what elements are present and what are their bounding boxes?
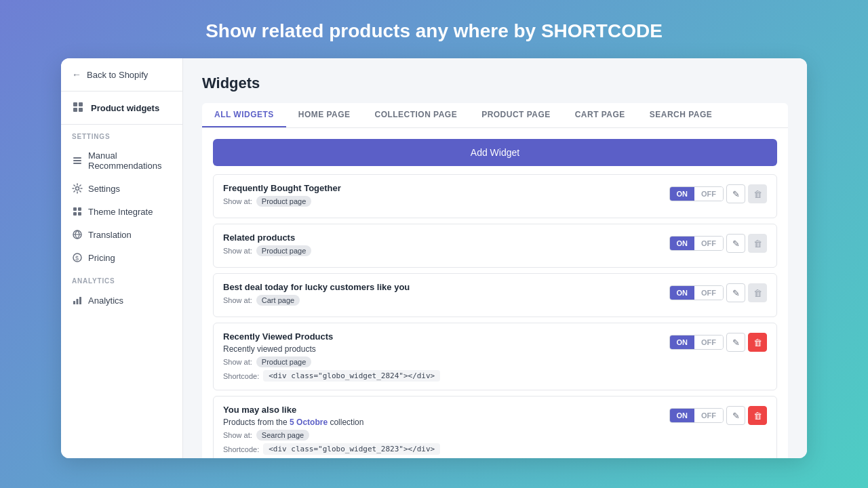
- delete-button[interactable]: 🗑: [748, 406, 767, 425]
- tab-cart-page[interactable]: CART PAGE: [563, 103, 637, 127]
- sidebar: ← Back to Shopify Product widgets SETTIN…: [61, 58, 183, 458]
- delete-button[interactable]: 🗑: [748, 184, 767, 203]
- app-container: ← Back to Shopify Product widgets SETTIN…: [61, 58, 807, 458]
- shortcode-row: Shortcode: <div class="globo_widget_2823…: [223, 443, 658, 455]
- page-badge: Search page: [256, 430, 309, 441]
- page-badge: Product page: [256, 357, 311, 367]
- sidebar-item-analytics[interactable]: Analytics: [61, 289, 182, 312]
- subtitle-highlight: 5 Octobre: [290, 418, 328, 427]
- page-badge: Product page: [256, 196, 311, 207]
- svg-rect-3: [79, 108, 83, 112]
- delete-button[interactable]: 🗑: [748, 283, 767, 302]
- show-at-label: Show at:: [223, 431, 252, 439]
- toggle-on-button[interactable]: ON: [670, 409, 695, 422]
- widget-info: Recently Viewed Products Recently viewed…: [223, 331, 658, 382]
- toggle-off-button[interactable]: OFF: [694, 237, 723, 250]
- sidebar-item-translation[interactable]: Translation: [61, 223, 182, 246]
- widget-controls: ON OFF ✎ 🗑: [669, 234, 768, 253]
- sidebar-item-settings[interactable]: Settings: [61, 177, 182, 200]
- toggle-on-button[interactable]: ON: [670, 187, 695, 201]
- pricing-label: Pricing: [88, 253, 115, 263]
- subtitle-suffix: collection: [328, 418, 363, 427]
- hero-title: Show related products any where by SHORT…: [205, 20, 663, 42]
- page-badge: Product page: [256, 245, 311, 256]
- toggle-group: ON OFF: [669, 236, 724, 251]
- svg-rect-6: [73, 163, 81, 164]
- shortcode-label: Shortcode:: [223, 445, 259, 453]
- widget-subtitle: Recently viewed products: [223, 344, 658, 354]
- show-at-label: Show at:: [223, 197, 252, 205]
- pricing-icon: $: [72, 252, 83, 263]
- toggle-group: ON OFF: [669, 285, 724, 300]
- tab-home-page[interactable]: HOME PAGE: [286, 103, 363, 127]
- toggle-off-button[interactable]: OFF: [694, 409, 723, 422]
- main-content: Widgets ALL WIDGETS HOME PAGE COLLECTION…: [183, 58, 807, 458]
- toggle-on-button[interactable]: ON: [670, 237, 695, 250]
- tabs-bar: ALL WIDGETS HOME PAGE COLLECTION PAGE PR…: [202, 103, 788, 128]
- product-widgets-label: Product widgets: [91, 103, 159, 113]
- widget-info: Best deal today for lucky customers like…: [223, 282, 658, 308]
- back-arrow-icon: ←: [72, 69, 81, 80]
- shortcode-value: <div class="globo_widget_2824"></div>: [263, 370, 440, 382]
- manual-rec-label: Manual Recommendations: [88, 150, 172, 171]
- show-at-row: Show at: Cart page: [223, 295, 658, 306]
- page-badge: Cart page: [256, 295, 300, 306]
- widget-row: Related products Show at: Product page O…: [213, 224, 777, 268]
- page-title: Widgets: [202, 75, 788, 92]
- toggle-on-button[interactable]: ON: [670, 286, 695, 300]
- show-at-label: Show at:: [223, 296, 252, 304]
- widget-row: You may also like Products from the 5 Oc…: [213, 396, 777, 458]
- widget-name: Recently Viewed Products: [223, 331, 658, 342]
- widget-row: Best deal today for lucky customers like…: [213, 273, 777, 317]
- widget-name: Frequently Bought Together: [223, 183, 658, 193]
- svg-rect-10: [73, 212, 77, 216]
- edit-button[interactable]: ✎: [726, 333, 745, 352]
- tab-collection-page[interactable]: COLLECTION PAGE: [363, 103, 470, 127]
- analytics-section-label: ANALYTICS: [61, 269, 182, 289]
- show-at-row: Show at: Product page: [223, 245, 658, 256]
- svg-point-7: [76, 187, 79, 190]
- svg-rect-8: [73, 207, 77, 211]
- tab-search-page[interactable]: SEARCH PAGE: [637, 103, 724, 127]
- delete-button[interactable]: 🗑: [748, 234, 767, 253]
- toggle-off-button[interactable]: OFF: [694, 336, 723, 349]
- edit-button[interactable]: ✎: [726, 406, 745, 425]
- toggle-group: ON OFF: [669, 335, 724, 350]
- tab-product-page[interactable]: PRODUCT PAGE: [469, 103, 563, 127]
- show-at-label: Show at:: [223, 247, 252, 255]
- svg-rect-5: [73, 160, 81, 161]
- toggle-off-button[interactable]: OFF: [694, 286, 723, 300]
- tab-all-widgets[interactable]: ALL WIDGETS: [202, 103, 286, 127]
- widget-area: Add Widget Frequently Bought Together Sh…: [202, 128, 788, 458]
- delete-button[interactable]: 🗑: [748, 333, 767, 352]
- widget-name: Best deal today for lucky customers like…: [223, 282, 658, 292]
- sidebar-item-pricing[interactable]: $ Pricing: [61, 246, 182, 269]
- widget-controls: ON OFF ✎ 🗑: [669, 184, 768, 203]
- edit-button[interactable]: ✎: [726, 234, 745, 253]
- back-to-shopify[interactable]: ← Back to Shopify: [61, 58, 182, 92]
- show-at-row: Show at: Product page: [223, 357, 658, 367]
- edit-button[interactable]: ✎: [726, 184, 745, 203]
- sidebar-item-theme-integrate[interactable]: Theme Integrate: [61, 200, 182, 223]
- back-label: Back to Shopify: [87, 70, 148, 80]
- product-widgets-nav[interactable]: Product widgets: [61, 92, 182, 125]
- product-widgets-icon: [72, 101, 85, 115]
- show-at-row: Show at: Search page: [223, 430, 658, 441]
- widget-name: You may also like: [223, 405, 658, 415]
- sidebar-item-manual-recommendations[interactable]: Manual Recommendations: [61, 144, 182, 177]
- widget-controls: ON OFF ✎ 🗑: [669, 283, 768, 302]
- settings-label: Settings: [88, 184, 120, 194]
- analytics-label: Analytics: [88, 296, 123, 306]
- toggle-on-button[interactable]: ON: [670, 336, 695, 349]
- add-widget-button[interactable]: Add Widget: [213, 139, 777, 166]
- show-at-row: Show at: Product page: [223, 196, 658, 207]
- toggle-group: ON OFF: [669, 408, 724, 423]
- edit-button[interactable]: ✎: [726, 283, 745, 302]
- list-icon: [72, 155, 83, 166]
- translation-icon: [72, 229, 83, 240]
- subtitle-prefix: Products from the: [223, 418, 290, 427]
- widget-row: Frequently Bought Together Show at: Prod…: [213, 174, 777, 218]
- analytics-icon: [72, 295, 83, 306]
- svg-rect-0: [73, 102, 77, 106]
- toggle-off-button[interactable]: OFF: [694, 187, 723, 201]
